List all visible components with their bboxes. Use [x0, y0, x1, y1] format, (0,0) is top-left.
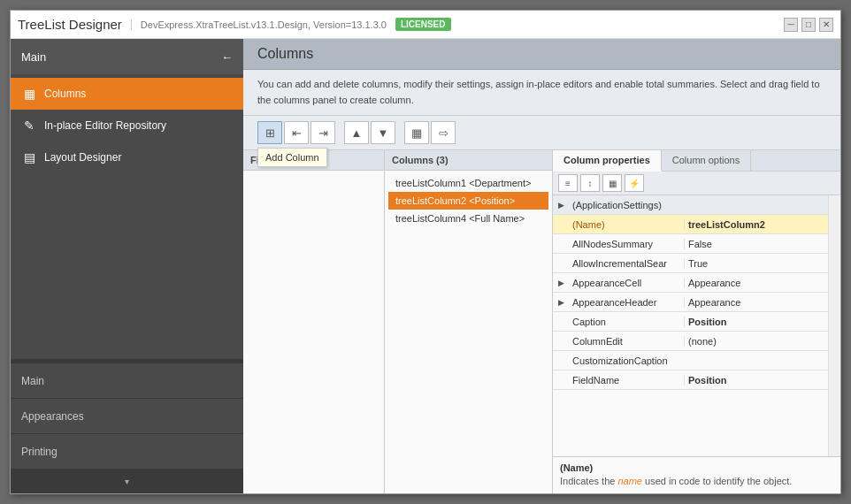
sidebar-expand-button[interactable]: ▾	[11, 469, 243, 493]
prop-row-field-name: FieldName Position	[553, 370, 828, 390]
prop-row-custom-cap: CustomizationCaption	[553, 351, 828, 370]
columns-panel: Columns (3) treeListColumn1 <Department>…	[385, 150, 553, 493]
prop-value-field-name: Position	[684, 375, 828, 386]
sidebar-item-layout-label: Layout Designer	[44, 151, 121, 164]
title-bar-left: TreeList Designer DevExpress.XtraTreeLis…	[18, 17, 451, 32]
version-text: DevExpress.XtraTreeList.v13.1.Design, Ve…	[131, 19, 387, 30]
sidebar-item-inplace-label: In-place Editor Repository	[44, 119, 166, 132]
prop-row-app-settings: ▶ (ApplicationSettings)	[553, 195, 828, 215]
props-tabs: Column properties Column options	[553, 150, 840, 172]
sidebar-item-layout[interactable]: ▤ Layout Designer	[11, 141, 243, 173]
sidebar-header: Main ←	[11, 39, 243, 74]
prop-name-app-cell: AppearanceCell	[569, 278, 684, 288]
main-content: Columns You can add and delete columns, …	[243, 39, 840, 493]
move-right-button[interactable]: ⇥	[310, 121, 335, 144]
move-up-button[interactable]: ▲	[344, 121, 369, 144]
prop-name-app-settings: (ApplicationSettings)	[569, 200, 684, 210]
sidebar-item-columns[interactable]: ▦ Columns	[11, 78, 243, 110]
props-desc-text: Indicates the name used in code to ident…	[560, 475, 833, 488]
prop-row-col-edit: ColumnEdit (none)	[553, 332, 828, 351]
props-sort-cat-button[interactable]: ≡	[558, 174, 578, 192]
prop-value-all-nodes: False	[684, 239, 828, 249]
prop-name-name: (Name)	[569, 219, 684, 230]
prop-value-name: treeListColumn2	[684, 219, 828, 230]
props-grid-button[interactable]: ▦	[602, 174, 622, 192]
prop-name-field-name: FieldName	[569, 375, 684, 386]
page-title: Columns	[257, 46, 313, 61]
close-button[interactable]: ✕	[819, 18, 833, 32]
prop-name-col-edit: ColumnEdit	[569, 336, 684, 347]
prop-name-all-nodes: AllNodesSummary	[569, 239, 684, 249]
highlight-name: name	[617, 476, 642, 486]
sidebar-nav: ▦ Columns ✎ In-place Editor Repository ▤…	[11, 74, 243, 177]
prop-value-caption: Position	[684, 317, 828, 327]
move-left-button[interactable]: ⇤	[284, 121, 309, 144]
prop-name-caption: Caption	[569, 317, 684, 327]
toolbar: ⊞ ⇤ ⇥ ▲ ▼ ▦ ⇨ Add Column	[243, 116, 840, 150]
field-list-content	[243, 171, 384, 493]
sidebar: Main ← ▦ Columns ✎ In-place Editor Repos…	[11, 39, 243, 493]
three-panel: Field List (0) Columns (3) treeListColum…	[243, 150, 840, 493]
column-item-1[interactable]: treeListColumn1 <Department>	[388, 174, 548, 192]
prop-row-app-cell: ▶ AppearanceCell Appearance	[553, 273, 828, 293]
props-description: (Name) Indicates the name used in code t…	[553, 456, 840, 493]
export-button[interactable]: ⇨	[431, 121, 456, 144]
columns-icon: ▦	[21, 87, 37, 101]
prop-expand-app-cell[interactable]: ▶	[553, 279, 569, 287]
prop-row-all-nodes: AllNodesSummary False	[553, 234, 828, 254]
column-item-4[interactable]: treeListColumn4 <Full Name>	[388, 210, 548, 227]
props-scrollbar[interactable]	[828, 195, 840, 455]
back-icon[interactable]: ←	[221, 50, 233, 64]
tooltip-popup: Add Column	[257, 148, 327, 167]
prop-value-col-edit: (none)	[684, 336, 828, 347]
column-item-2[interactable]: treeListColumn2 <Position>	[388, 192, 548, 210]
properties-panel: Column properties Column options ≡ ↕ ▦ ⚡	[553, 150, 840, 493]
title-bar: TreeList Designer DevExpress.XtraTreeLis…	[11, 11, 840, 39]
prop-value-app-header: Appearance	[684, 297, 828, 308]
footer-item-main[interactable]: Main	[11, 363, 243, 398]
prop-name-app-header: AppearanceHeader	[569, 297, 684, 308]
sidebar-item-columns-label: Columns	[44, 88, 86, 100]
page-header: Columns	[243, 39, 840, 70]
move-down-button[interactable]: ▼	[371, 121, 395, 144]
footer-item-printing[interactable]: Printing	[11, 433, 243, 469]
prop-name-allow-incr: AllowIncrementalSear	[569, 258, 684, 269]
prop-value-app-cell: Appearance	[684, 278, 828, 288]
columns-list: treeListColumn1 <Department> treeListCol…	[385, 171, 552, 493]
add-column-button[interactable]: ⊞	[257, 121, 282, 144]
prop-row-name: (Name) treeListColumn2	[553, 215, 828, 234]
props-events-button[interactable]: ⚡	[625, 174, 644, 192]
props-sort-az-button[interactable]: ↕	[580, 174, 600, 192]
minimize-button[interactable]: ─	[784, 18, 798, 32]
prop-expand-app-header[interactable]: ▶	[553, 298, 569, 307]
page-description: You can add and delete columns, modify t…	[243, 70, 840, 116]
footer-item-appearances[interactable]: Appearances	[11, 398, 243, 433]
app-title: TreeList Designer	[18, 17, 122, 32]
sidebar-footer: Main Appearances Printing ▾	[11, 359, 243, 493]
columns-panel-header: Columns (3)	[385, 150, 552, 171]
props-desc-title: (Name)	[560, 462, 833, 473]
content-area: Main ← ▦ Columns ✎ In-place Editor Repos…	[11, 39, 840, 493]
props-table: ▶ (ApplicationSettings) (Name) treeListC…	[553, 195, 828, 455]
prop-row-caption: Caption Position	[553, 312, 828, 332]
sidebar-item-inplace[interactable]: ✎ In-place Editor Repository	[11, 110, 243, 141]
prop-row-allow-incr: AllowIncrementalSear True	[553, 254, 828, 273]
maximize-button[interactable]: □	[801, 18, 816, 32]
prop-value-allow-incr: True	[684, 258, 828, 269]
grid-view-button[interactable]: ▦	[404, 121, 429, 144]
prop-row-app-header: ▶ AppearanceHeader Appearance	[553, 293, 828, 312]
props-toolbar: ≡ ↕ ▦ ⚡	[553, 172, 840, 195]
layout-icon: ▤	[21, 150, 37, 164]
inplace-icon: ✎	[21, 118, 37, 133]
field-panel: Field List (0)	[243, 150, 385, 493]
licensed-badge: LICENSED	[395, 18, 451, 31]
tooltip-text: Add Column	[265, 152, 319, 163]
prop-expand-app-settings[interactable]: ▶	[553, 201, 569, 210]
sidebar-title: Main	[21, 50, 46, 64]
tab-column-options[interactable]: Column options	[662, 150, 751, 171]
main-window: TreeList Designer DevExpress.XtraTreeLis…	[10, 10, 841, 494]
title-bar-controls: ─ □ ✕	[784, 18, 833, 32]
prop-name-custom-cap: CustomizationCaption	[569, 355, 684, 366]
tab-column-properties[interactable]: Column properties	[553, 150, 662, 172]
